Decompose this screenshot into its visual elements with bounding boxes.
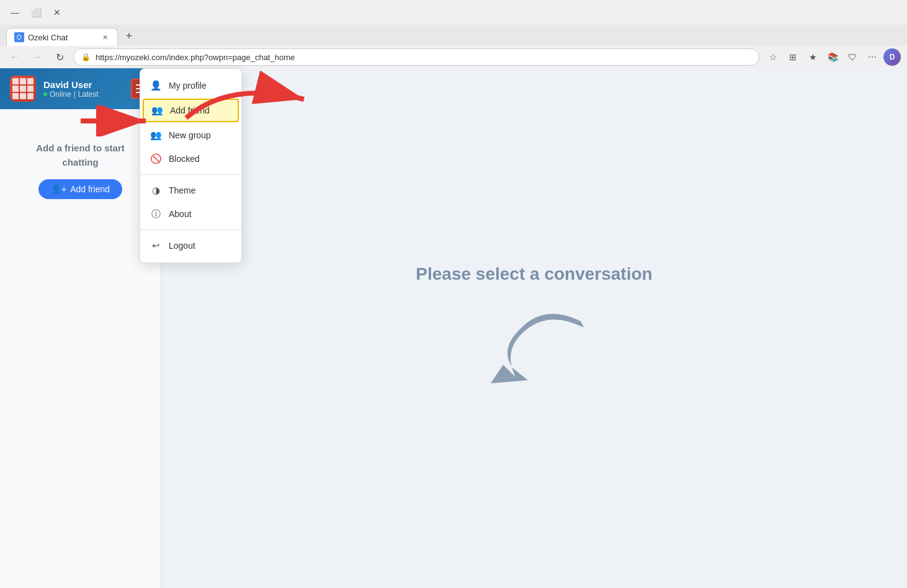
tab-favicon: O bbox=[14, 32, 24, 42]
minimize-button[interactable]: — bbox=[6, 4, 24, 21]
toolbar-icons: ☆ ⊞ ★ 📚 🛡 ⋯ D bbox=[764, 48, 901, 66]
select-conversation-text: Please select a conversation bbox=[416, 264, 652, 284]
my-profile-label: My profile bbox=[169, 81, 207, 91]
forward-button[interactable]: → bbox=[29, 48, 46, 66]
blocked-label: Blocked bbox=[169, 154, 200, 164]
main-content: Please select a conversation bbox=[161, 68, 907, 588]
sidebar: David User Online | Latest Add a friend … bbox=[0, 68, 161, 588]
maximize-button[interactable]: ⬜ bbox=[27, 4, 45, 21]
logout-label: Logout bbox=[169, 241, 195, 251]
about-label: About bbox=[169, 209, 192, 219]
status-dot bbox=[43, 92, 47, 96]
dropdown-menu: 👤 My profile 👥 Add friend 👥 New group 🚫 … bbox=[140, 68, 242, 263]
menu-item-add-friend[interactable]: 👥 Add friend bbox=[143, 99, 239, 122]
avatar-dot bbox=[20, 78, 26, 84]
avatar-dot bbox=[12, 78, 19, 84]
menu-item-blocked[interactable]: 🚫 Blocked bbox=[140, 147, 241, 171]
refresh-button[interactable]: ↻ bbox=[51, 48, 68, 66]
avatar-dot bbox=[20, 86, 26, 92]
status-online-text: Online bbox=[50, 90, 71, 99]
menu-divider-2 bbox=[140, 229, 241, 230]
favorites-icon[interactable]: ★ bbox=[804, 48, 821, 66]
user-name: David User bbox=[43, 79, 123, 90]
tab-close-button[interactable]: ✕ bbox=[100, 32, 110, 42]
theme-label: Theme bbox=[169, 185, 196, 195]
tab-title: Ozeki Chat bbox=[28, 33, 68, 42]
add-friend-label: Add friend bbox=[70, 184, 110, 194]
browser-chrome: — ⬜ ✕ O Ozeki Chat ✕ + ← → ↻ 🔒 https://m… bbox=[0, 0, 907, 68]
add-friend-label: Add friend bbox=[170, 105, 210, 115]
back-button[interactable]: ← bbox=[6, 48, 24, 66]
browser-extension-icon[interactable]: 🛡 bbox=[844, 48, 861, 66]
empty-state: Add a friend to start chatting 👤+ Add fr… bbox=[7, 117, 153, 224]
status-latest-text: Latest bbox=[78, 90, 99, 99]
url-text: https://myozeki.com/index.php?owpn=page_… bbox=[96, 53, 295, 62]
menu-item-about[interactable]: ⓘ About bbox=[140, 202, 241, 226]
blocked-icon: 🚫 bbox=[150, 153, 161, 164]
avatar-dot bbox=[12, 93, 19, 99]
sidebar-content: Add a friend to start chatting 👤+ Add fr… bbox=[0, 109, 161, 588]
group-icon: 👥 bbox=[150, 130, 161, 141]
address-bar[interactable]: 🔒 https://myozeki.com/index.php?owpn=pag… bbox=[73, 48, 759, 66]
menu-item-theme[interactable]: ◑ Theme bbox=[140, 179, 241, 202]
avatar-dot bbox=[20, 93, 26, 99]
address-bar-row: ← → ↻ 🔒 https://myozeki.com/index.php?ow… bbox=[0, 46, 907, 68]
select-conversation: Please select a conversation bbox=[416, 264, 652, 392]
add-friend-button[interactable]: 👤+ Add friend bbox=[38, 179, 122, 199]
add-friend-icon: 👤+ bbox=[51, 184, 66, 194]
avatar-dot bbox=[27, 78, 34, 84]
user-status: Online | Latest bbox=[43, 90, 123, 99]
collections-icon[interactable]: 📚 bbox=[824, 48, 841, 66]
bookmark-icon[interactable]: ☆ bbox=[764, 48, 782, 66]
logout-icon: ↩ bbox=[150, 240, 161, 251]
theme-icon: ◑ bbox=[150, 185, 161, 196]
app-container: David User Online | Latest Add a friend … bbox=[0, 68, 907, 588]
avatar-dot bbox=[27, 93, 34, 99]
menu-item-my-profile[interactable]: 👤 My profile bbox=[140, 74, 241, 97]
arrow-graphic bbox=[472, 296, 596, 390]
person-icon: 👤 bbox=[150, 80, 161, 91]
active-tab[interactable]: O Ozeki Chat ✕ bbox=[6, 28, 118, 46]
avatar-dot bbox=[12, 86, 19, 92]
menu-item-new-group[interactable]: 👥 New group bbox=[140, 123, 241, 147]
add-person-icon: 👥 bbox=[151, 105, 163, 116]
avatar bbox=[10, 76, 36, 102]
more-menu-icon[interactable]: ⋯ bbox=[864, 48, 881, 66]
user-info: David User Online | Latest bbox=[43, 79, 123, 99]
secure-icon: 🔒 bbox=[81, 53, 91, 61]
browser-titlebar: — ⬜ ✕ bbox=[0, 0, 907, 25]
new-tab-button[interactable]: + bbox=[120, 27, 138, 45]
avatar-dot bbox=[27, 86, 34, 92]
menu-divider bbox=[140, 174, 241, 175]
status-separator: | bbox=[74, 90, 76, 99]
info-icon: ⓘ bbox=[150, 208, 161, 220]
close-window-button[interactable]: ✕ bbox=[48, 4, 66, 21]
tab-bar: O Ozeki Chat ✕ + bbox=[0, 25, 907, 46]
browser-profile-button[interactable]: D bbox=[883, 48, 901, 66]
window-controls: — ⬜ ✕ bbox=[6, 4, 66, 21]
empty-state-text: Add a friend to start chatting bbox=[20, 141, 141, 169]
menu-item-logout[interactable]: ↩ Logout bbox=[140, 234, 241, 257]
sidebar-header: David User Online | Latest bbox=[0, 68, 161, 109]
new-group-label: New group bbox=[169, 130, 211, 140]
extension-icon[interactable]: ⊞ bbox=[784, 48, 802, 66]
